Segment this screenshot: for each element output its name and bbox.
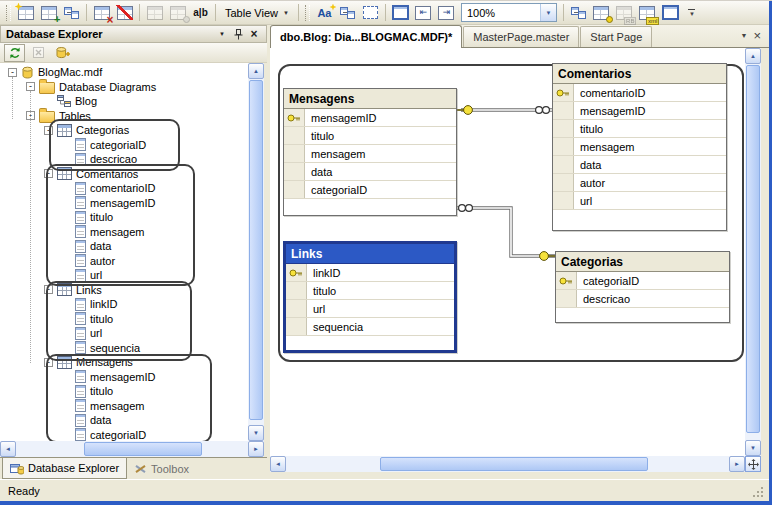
row-selector[interactable]: [286, 300, 307, 317]
scrollbar-thumb[interactable]: [746, 65, 760, 433]
tree-item-column[interactable]: titulo: [0, 312, 248, 327]
set-primary-key-button[interactable]: [166, 2, 189, 23]
table-row[interactable]: mensagemID: [284, 109, 456, 127]
diagram-table-links[interactable]: Links linkID titulo url sequencia: [283, 241, 457, 353]
scroll-down-button[interactable]: ▼: [248, 425, 264, 441]
tree-horizontal-scrollbar[interactable]: ◄ ►: [0, 441, 264, 457]
tree-item-diagram-blog[interactable]: Blog: [0, 94, 248, 109]
add-table-button[interactable]: [37, 2, 60, 23]
tree-item-table-categorias[interactable]: -Categorias: [0, 123, 248, 138]
scroll-right-button[interactable]: ►: [729, 456, 745, 472]
table-row[interactable]: mensagem: [553, 138, 726, 156]
delete-table-button[interactable]: [90, 2, 113, 23]
row-selector[interactable]: [286, 264, 307, 281]
row-selector[interactable]: [553, 192, 574, 209]
tab-dbo-blog-diagram[interactable]: dbo.Blog: Dia...BLOGMAC.MDF)*: [270, 25, 462, 48]
tree-item-column[interactable]: categoriaID: [0, 138, 248, 153]
tree-item-column[interactable]: comentarioID: [0, 181, 248, 196]
row-selector[interactable]: [556, 272, 577, 289]
table-view-dropdown[interactable]: Table View ▼: [219, 2, 295, 23]
window-position-button[interactable]: ▼: [215, 27, 229, 41]
tree-item-tables[interactable]: -Tables: [0, 109, 248, 124]
tree-item-column[interactable]: url: [0, 326, 248, 341]
tree-item-database[interactable]: -BlogMac.mdf: [0, 65, 248, 80]
table-header[interactable]: Mensagens: [284, 89, 456, 109]
collapse-toggle[interactable]: -: [26, 111, 35, 120]
close-panel-button[interactable]: ×: [247, 27, 261, 41]
tree-item-column[interactable]: url: [0, 268, 248, 283]
tree-item-table-comentarios[interactable]: -Comentarios: [0, 167, 248, 182]
tree-item-column[interactable]: data: [0, 413, 248, 428]
scroll-up-button[interactable]: ▲: [248, 63, 264, 79]
table-row[interactable]: sequencia: [286, 318, 454, 336]
table-row[interactable]: linkID: [286, 264, 454, 282]
add-related-tables-button[interactable]: [60, 2, 83, 23]
row-selector[interactable]: [284, 163, 305, 180]
stop-refresh-button[interactable]: [28, 44, 49, 62]
table-row[interactable]: titulo: [553, 120, 726, 138]
tree-vertical-scrollbar[interactable]: ▲ ▼: [248, 63, 264, 441]
table-row[interactable]: autor: [553, 174, 726, 192]
toolbar-grip[interactable]: [6, 5, 11, 21]
manage-indexes-keys-button[interactable]: [590, 2, 613, 23]
refresh-button[interactable]: [4, 44, 25, 62]
table-row[interactable]: data: [284, 163, 456, 181]
table-row[interactable]: comentarioID: [553, 84, 726, 102]
diagram-canvas[interactable]: Mensagens mensagemID titulo mensagem dat…: [270, 48, 745, 456]
scroll-up-button[interactable]: ▲: [745, 48, 761, 64]
tab-list-dropdown-button[interactable]: ▼: [740, 32, 747, 39]
table-row[interactable]: url: [553, 192, 726, 210]
table-row[interactable]: categoriaID: [556, 272, 729, 290]
pan-canvas-button[interactable]: [745, 456, 761, 472]
table-row[interactable]: categoriaID: [284, 181, 456, 199]
tree-item-column[interactable]: mensagemID: [0, 196, 248, 211]
relationships-button[interactable]: [567, 2, 590, 23]
canvas-vertical-scrollbar[interactable]: ▲ ▼: [745, 48, 761, 456]
scrollbar-thumb[interactable]: [380, 457, 648, 471]
scroll-left-button[interactable]: ◄: [270, 456, 286, 472]
zoom-combobox[interactable]: 100% ▼: [461, 3, 557, 22]
tree-item-column[interactable]: linkID: [0, 297, 248, 312]
collapse-toggle[interactable]: -: [44, 126, 53, 135]
row-selector[interactable]: [553, 120, 574, 137]
row-selector[interactable]: [553, 138, 574, 155]
manage-check-constraints-button[interactable]: [659, 2, 682, 23]
tree-item-table-mensagens[interactable]: -Mensagens: [0, 355, 248, 370]
row-selector[interactable]: [553, 156, 574, 173]
scroll-right-button[interactable]: ►: [248, 441, 264, 457]
collapse-toggle[interactable]: -: [44, 169, 53, 178]
row-selector[interactable]: [553, 102, 574, 119]
arrange-tables-button[interactable]: ⇥: [435, 2, 458, 23]
tab-start-page[interactable]: Start Page: [580, 26, 652, 47]
table-header[interactable]: Categorias: [556, 252, 729, 272]
collapse-toggle[interactable]: -: [8, 68, 17, 77]
close-document-button[interactable]: ×: [753, 28, 761, 43]
tab-toolbox[interactable]: Toolbox: [127, 458, 196, 479]
relationship-labels-button[interactable]: [336, 2, 359, 23]
tree-item-column[interactable]: autor: [0, 254, 248, 269]
table-header[interactable]: Comentarios: [553, 64, 726, 84]
row-selector[interactable]: [286, 318, 307, 335]
diagram-table-comentarios[interactable]: Comentarios comentarioID mensagemID titu…: [552, 63, 727, 231]
view-page-breaks-button[interactable]: [359, 2, 382, 23]
tree-item-column[interactable]: titulo: [0, 384, 248, 399]
row-selector[interactable]: [553, 84, 574, 101]
tree-item-column[interactable]: data: [0, 239, 248, 254]
autosize-tables-button[interactable]: [389, 2, 412, 23]
manage-xml-indexes-button[interactable]: [636, 2, 659, 23]
diagram-table-mensagens[interactable]: Mensagens mensagemID titulo mensagem dat…: [283, 88, 457, 216]
row-selector[interactable]: [556, 290, 577, 307]
row-selector[interactable]: [284, 127, 305, 144]
row-selector[interactable]: [284, 145, 305, 162]
collapse-toggle[interactable]: -: [44, 285, 53, 294]
manage-fulltext-indexes-button[interactable]: [613, 2, 636, 23]
add-connection-button[interactable]: [52, 44, 73, 62]
tree-item-column[interactable]: titulo: [0, 210, 248, 225]
row-selector[interactable]: [284, 181, 305, 198]
toolbar-overflow-button[interactable]: ▼: [686, 3, 698, 23]
table-row[interactable]: mensagem: [284, 145, 456, 163]
new-table-button[interactable]: [14, 2, 37, 23]
canvas-horizontal-scrollbar[interactable]: ◄ ►: [270, 456, 745, 472]
tab-database-explorer[interactable]: Database Explorer: [2, 458, 127, 479]
scroll-down-button[interactable]: ▼: [745, 440, 761, 456]
